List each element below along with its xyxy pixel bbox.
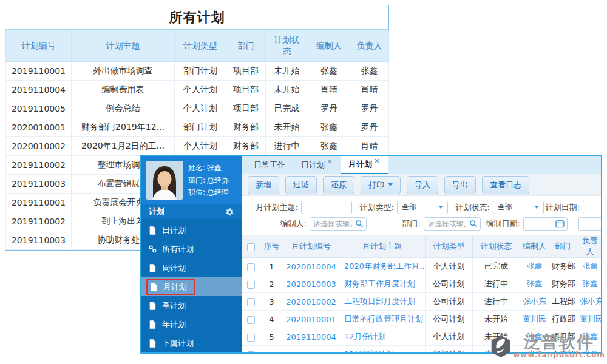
tab-daily-work[interactable]: 日常工作 [246,156,293,174]
gear-icon[interactable] [225,207,234,217]
table-cell: 张鑫 [350,62,389,81]
compiler-input[interactable] [310,218,355,229]
fanpu-logo-icon [490,334,512,359]
compiler-cell[interactable]: 张小东 [520,293,549,311]
close-icon[interactable]: × [374,157,380,165]
compile-date-start-input[interactable] [524,218,555,229]
tab-daily-plan[interactable]: 日计划× [293,156,341,174]
sidebar-item-yearly-plan[interactable]: 年计划 [141,315,242,334]
sidebar-item-all-plans[interactable]: 所有计划 [141,240,242,258]
row-select-cell[interactable] [242,346,260,353]
theme-cell[interactable]: 11月部门计划 [339,346,426,353]
tab-monthly-plan[interactable]: 月计划× [341,156,388,174]
export-button[interactable]: 导出 [444,176,476,194]
checkbox[interactable] [247,316,255,324]
no-cell[interactable]: 2020010002 [283,293,339,311]
column-header: 部门 [549,235,577,258]
status-select-value: 全部 [498,202,512,212]
table-cell: 项目部 [226,62,266,81]
table-cell: 2020年1月2日的工... [72,137,175,156]
table-row: 20200100022020年1月2日的工...个人计划财务部进行中张鑫肖晴 [6,137,389,156]
sidebar-item-monthly-plan[interactable]: 月计划 [141,277,242,296]
theme-input[interactable] [301,201,352,214]
theme-cell[interactable]: 12月份计划 [339,328,426,346]
sidebar-item-quarterly-plan[interactable]: 季计划 [141,296,242,315]
filter-row-1: 月计划主题: 计划类型: 全部 计划状态: 全部 计划日期: [243,199,601,215]
brand-name: 泛普软件 [524,334,594,351]
import-button[interactable]: 导入 [407,176,438,194]
row-select-cell[interactable] [242,293,260,311]
owner-cell[interactable]: 张鑫 [577,258,602,275]
owner-cell[interactable]: 董川民 [577,311,602,328]
type-cell: 个人计划 [426,258,473,275]
checkbox[interactable] [247,243,255,251]
chevron-down-icon [534,206,539,209]
table-cell: 未开始 [266,81,308,99]
link-icon [148,245,157,253]
checkbox[interactable] [247,351,255,353]
row-select-cell[interactable] [242,275,260,293]
status-select[interactable]: 全部 [493,201,544,214]
owner-cell[interactable]: 张鑫 [577,275,602,293]
table-cell: 财务部门2019年12... [72,118,175,137]
checkbox[interactable] [247,263,255,271]
dept-filter-label: 部门: [367,218,424,229]
compiler-cell[interactable]: 张鑫 [520,275,549,293]
checkbox[interactable] [247,334,255,342]
print-button[interactable]: 打印 [361,176,401,194]
button-label: 导入 [415,180,430,190]
theme-cell[interactable]: 2020年财务部工作月... [339,258,426,275]
no-cell[interactable]: 2020010003 [283,275,339,293]
button-label: 还原 [331,180,347,190]
sidebar-item-daily-plan[interactable]: 日计划 [141,221,242,240]
filter-button[interactable]: 过滤 [285,176,317,194]
no-cell[interactable]: 2019110002 [283,346,339,353]
search-icon[interactable] [469,220,478,228]
checkbox[interactable] [247,281,255,289]
table-cell: 编制费用表 [72,81,175,99]
button-label: 过滤 [293,180,309,190]
type-cell: 个人计划 [426,328,473,346]
compile-date-end-input[interactable] [578,217,602,231]
button-label: 新增 [256,180,271,190]
compiler-cell[interactable]: 董川民 [520,311,549,328]
table-row: 2019110005例会总结个人计划项目部已完成罗丹罗丹 [6,99,389,118]
select-all-header[interactable] [242,235,260,258]
checkbox[interactable] [247,298,255,306]
no-cell[interactable]: 2019110004 [283,328,339,346]
plan-module-window: 姓名:张鑫 部门:总经办 职位:总经理 计划 日计划所有计划周计划月计划季计划年… [140,155,602,354]
sidebar-section-header: 计划 [141,204,242,219]
row-select-cell[interactable] [242,328,260,346]
owner-cell[interactable]: 张小东 [577,293,602,311]
type-cell: 公司计划 [426,293,473,311]
dept-input[interactable] [424,218,469,229]
add-button[interactable]: 新增 [248,176,279,194]
theme-cell[interactable]: 工程项目部月度计划 [339,293,426,311]
row-select-cell[interactable] [242,258,260,275]
compiler-cell[interactable]: 张鑫 [520,258,549,275]
dept-cell: 财务部 [549,275,577,293]
compiler-label: 编制人: [243,218,310,229]
file-icon [148,226,157,235]
table-cell: 例会总结 [72,99,175,118]
plan-date-input[interactable] [583,201,602,214]
column-header: 序号 [260,235,283,258]
row-select-cell[interactable] [242,311,260,328]
search-icon[interactable] [355,220,364,228]
theme-cell[interactable]: 日常的行政管理月计划 [339,311,426,328]
calendar-icon[interactable] [555,219,565,228]
type-select[interactable]: 全部 [397,201,448,214]
close-icon[interactable]: × [327,157,333,166]
table-cell: 部门计划 [175,118,226,137]
view-log-button[interactable]: 查看日志 [482,176,529,194]
sidebar-item-weekly-plan[interactable]: 周计划 [141,258,242,277]
table-cell: 2020010001 [6,118,72,137]
theme-cell[interactable]: 财务部工作月度计划 [339,275,426,293]
no-cell[interactable]: 2020010004 [283,258,339,275]
type-cell: 部门计划 [426,346,473,353]
seq-cell: 5 [260,328,283,346]
sidebar-item-subordinate-plan[interactable]: 下属计划 [141,334,242,352]
content-area: 日常工作日计划×月计划× 新增过滤还原打印导入导出查看日志 月计划主题: 计划类… [242,156,601,352]
no-cell[interactable]: 2020010001 [283,311,339,328]
restore-button[interactable]: 还原 [323,176,354,194]
